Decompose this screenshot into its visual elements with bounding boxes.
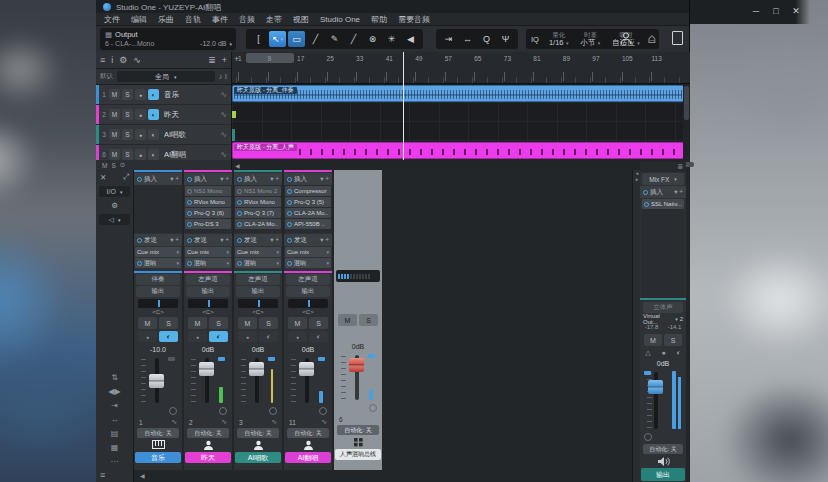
paint-tool[interactable]: ✎ [326,31,343,47]
sends-header[interactable]: 发送▾ + [284,234,332,246]
channel-strip-5[interactable]: MS0dB6∿自动化: 关人声混响总线 [334,170,382,470]
follow-button[interactable]: ↔ [459,31,476,47]
split-tool[interactable]: ╱ [307,31,324,47]
audio-clip-vocal[interactable]: 昨天原版 - 分离_人声 [232,142,684,159]
add-insert-icon[interactable]: ▾ + [320,175,329,183]
power-icon[interactable] [237,261,242,266]
record-arm-button[interactable]: ● [135,149,146,160]
add-insert-icon[interactable]: ▾ + [674,188,683,196]
output-selector[interactable]: ▦Output 6 - CLA-...Mono -12.0 dB ▾ [100,28,236,50]
automation-mode-button[interactable]: 自动化: 关 [187,428,229,438]
console-icon-6[interactable]: ⋯ [111,457,119,466]
minimize-button[interactable]: ─ [748,3,764,19]
add-insert-icon[interactable]: ▾ + [220,175,229,183]
power-icon[interactable] [137,177,142,182]
output-routing[interactable]: 输出 [236,286,280,297]
solo-button[interactable]: S [664,334,682,346]
record-arm-button[interactable]: ● [135,89,146,100]
automation-mode-button[interactable]: 自动化: 关 [287,428,329,438]
volume-fader[interactable] [284,355,332,417]
record-arm-button[interactable]: ● [188,331,207,342]
stereo-toggle[interactable]: 立体声 [643,302,683,313]
power-icon[interactable] [287,189,292,194]
solo-button[interactable]: S [309,317,328,329]
power-icon[interactable] [287,200,292,205]
menu-item-6[interactable]: 走带 [266,14,282,25]
channel-name-label[interactable]: 输出 [641,468,685,481]
home-icon[interactable]: ⌂ [648,30,656,46]
listen-tool[interactable]: ◀ [402,31,419,47]
power-icon[interactable] [187,211,192,216]
send-slot[interactable]: Cue mix▾ [235,247,281,257]
insert-slot[interactable]: NS1 Mono [185,186,231,196]
mono-toggle-icon[interactable] [169,407,177,415]
mono-toggle-icon[interactable] [369,404,377,412]
monitor-button[interactable]: ◐ [309,331,328,342]
automation-mode-button[interactable]: 自动化: 关 [237,428,279,438]
console-icon-5[interactable]: ▦ [111,443,119,452]
mute-button[interactable]: M [109,149,120,160]
pan-slider[interactable] [188,299,228,308]
mute-button[interactable]: M [138,317,157,329]
pan-slider[interactable] [138,299,178,308]
playhead[interactable] [403,52,404,160]
output-routing[interactable]: 输出 [286,286,330,297]
insert-slot[interactable]: RVox Mono [185,197,231,207]
power-icon[interactable] [287,177,292,182]
solo-button[interactable]: S [209,317,228,329]
menu-item-4[interactable]: 事件 [212,14,228,25]
console-icon-1[interactable]: ◀▶ [108,387,120,396]
sends-header[interactable]: 发送▾ + [234,234,282,246]
bend-tool[interactable]: ✳ [383,31,400,47]
user-icon[interactable] [620,32,632,45]
menu-item-3[interactable]: 音轨 [185,14,201,25]
track-row[interactable]: 2MS●◐昨天∿ [96,105,231,125]
fader-handle[interactable] [149,374,164,388]
track-header-right-icon-1[interactable]: + [222,55,227,65]
automation-mode-button[interactable]: 自动化: 关 [643,444,683,454]
track-header-right-icon-0[interactable]: ≣ [208,55,216,65]
power-icon[interactable] [187,261,192,266]
close-button[interactable]: ✕ [788,3,804,19]
console-icon-3[interactable]: ↔ [111,415,119,424]
menu-item-1[interactable]: 编辑 [131,14,147,25]
mute-button[interactable]: M [109,109,120,120]
power-icon[interactable] [287,261,292,266]
power-icon[interactable] [137,261,142,266]
menu-item-9[interactable]: 帮助 [371,14,387,25]
channel-name-label[interactable]: 人声混响总线 [335,449,381,460]
record-arm-button[interactable]: ● [135,109,146,120]
sends-header[interactable]: 发送▾ + [184,234,232,246]
vertical-scrollbar[interactable] [683,84,690,160]
automation-mode-button[interactable]: 自动化: 关 [337,425,379,435]
timestretch-tool[interactable]: ╱ [345,31,362,47]
mute-button[interactable]: M [109,89,120,100]
solo-button[interactable]: S [159,317,178,329]
solo-button[interactable]: S [122,89,133,100]
input-routing[interactable]: 伴奏 [136,274,180,285]
input-routing[interactable]: 左声道 [286,274,330,285]
toolbar-dropdown-0[interactable]: 量化1/16 ▾ [549,31,569,48]
fader-handle[interactable] [648,380,663,394]
mixfx-selector[interactable]: Mix FX▾ [642,173,684,185]
channel-name-label[interactable]: 音乐 [135,452,181,463]
menu-item-0[interactable]: 文件 [104,14,120,25]
autoscroll-button[interactable]: ⇥ [440,31,457,47]
scrollbar-thumb[interactable] [684,86,689,120]
scroll-left-icon[interactable]: ◀ [235,162,240,169]
output-routing[interactable]: 输出 [186,286,230,297]
fader-handle[interactable] [199,362,214,376]
comp-tool[interactable]: [ [250,31,267,47]
solo-button[interactable]: S [259,317,278,329]
small-clip[interactable] [232,129,235,141]
mute-button[interactable]: M [338,314,357,326]
power-icon[interactable] [644,202,649,207]
send-slot[interactable]: 混响▾ [285,258,331,268]
volume-fader[interactable] [184,355,232,417]
event-marker[interactable] [232,111,236,118]
maximize-button[interactable]: □ [768,3,784,19]
insert-slot[interactable]: CLA-2A Mo.. [235,219,281,229]
global-mute[interactable]: M [102,162,107,169]
insert-slot[interactable]: CLA-2A Mo.. [285,208,331,218]
monitor-button[interactable]: ◐ [159,331,178,342]
